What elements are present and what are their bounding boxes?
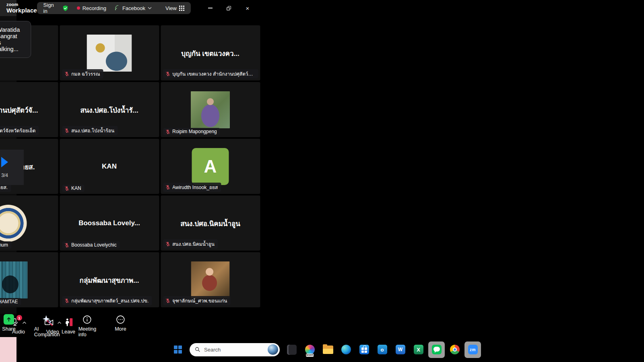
mic-muted-icon — [64, 298, 69, 303]
participant-tile[interactable]: จุฑาลักษณ์_ศวพ.ขอนแก่น — [161, 252, 260, 307]
arrow-right-icon — [1, 157, 8, 167]
participant-name-label: Boossaba Lovelychic — [62, 241, 120, 249]
taskbar-app-store[interactable] — [356, 341, 372, 358]
taskbar-app-outlook[interactable]: o — [374, 341, 390, 358]
window-controls: × — [201, 0, 257, 16]
meeting-info-button[interactable]: Meeting info — [78, 313, 96, 337]
participant-display-name: กลุ่มพัฒนาสุขภาพ... — [61, 274, 157, 285]
more-button[interactable]: More — [115, 313, 126, 337]
participant-name-label: บุญกัน เขตแวงควง สำนักงานปศุสัตว์จังหวัด… — [163, 69, 258, 78]
participant-name-label: KAN — [62, 185, 85, 192]
participant-name: Jetsupa Rumnum — [0, 242, 8, 248]
participant-name-label: Jetsupa Rumnum — [0, 241, 11, 249]
participant-name: Roipim Mapongpeng — [172, 129, 217, 134]
taskbar-app-file-explorer[interactable] — [320, 341, 336, 358]
excel-icon: X — [414, 345, 423, 354]
participant-name-label: กลุ่มพัฒนาสุขภาพสัตว์_สนง.ปศจ.ปข. — [62, 296, 152, 305]
edge-icon — [341, 345, 351, 354]
participant-tile[interactable]: บุญกัน เขตแวงคว...บุญกัน เขตแวงควง สำนัก… — [161, 25, 260, 80]
start-button[interactable] — [169, 341, 186, 358]
participant-tile[interactable]: Roipim Mapongpeng — [161, 82, 260, 137]
search-highlight-image — [268, 344, 278, 355]
restore-button[interactable] — [220, 0, 238, 16]
participant-display-name: บุญกัน เขตแวงคว... — [162, 47, 258, 58]
participant-video — [87, 35, 132, 72]
taskbar-app-edge[interactable] — [338, 341, 354, 358]
participant-tile[interactable]: กลุ่มพัฒนาสุขภาพ...กลุ่มพัฒนาสุขภาพสัตว์… — [60, 252, 159, 307]
sign-in-button[interactable]: Sign in — [43, 2, 54, 14]
participant-tile[interactable]: Jetsupa Rumnum — [0, 195, 58, 251]
zoom-app-icon: zm — [468, 345, 478, 354]
mic-muted-icon — [165, 241, 170, 247]
page-indicator: 3/4 — [1, 173, 8, 178]
grid-view-icon — [179, 6, 184, 11]
participant-display-name: สนง.ปศอ.นิคมน้ำอูน — [162, 218, 258, 228]
windows-taskbar: Search M365oWXzm ไทย 10:01 AM — [0, 337, 17, 362]
participant-name-label: Roipim Mapongpeng — [163, 128, 220, 135]
participant-name-label: Raktiphorn KHAMTAE — [0, 298, 21, 305]
participant-tile[interactable]: สนง.ปศอ.นิคมน้ำอูนสนง.ปศอ.นิคมน้ำอูน — [161, 195, 260, 251]
participant-tile[interactable]: AAwirudth Insook_อยส — [161, 139, 260, 194]
microsoft-store-icon — [359, 345, 369, 354]
participant-name-label: Awirudth Insook_อยส — [163, 183, 221, 192]
participant-tile[interactable]: สนง.ปศอ.โป่งน้ำรั...สนง.ปศอ.โป่งน้ำร้อน — [60, 82, 159, 137]
share-icon — [4, 314, 14, 325]
participant-display-name: สำนักงานปศุสัตว์จั... — [0, 104, 56, 115]
chevron-down-icon — [148, 7, 152, 9]
participant-video — [191, 91, 230, 128]
participant-name-label: กมล ฉวีวรรณ — [62, 69, 103, 78]
mic-muted-icon — [165, 129, 170, 134]
participant-name: KAN — [71, 185, 81, 191]
mic-muted-icon — [64, 243, 69, 248]
participant-name-label: สนง.ปศอ.นิคมน้ำอูน — [163, 239, 218, 249]
more-icon — [116, 315, 126, 325]
mic-muted-icon — [64, 186, 69, 191]
header-controls: Sign in Recording Facebook View — [37, 2, 191, 14]
participant-display-name: สนง.ปศอ.โป่งน้ำรั... — [61, 104, 157, 115]
participant-name: บุญกัน เขตแวงควง สำนักงานปศุสัตว์จังหวัด… — [172, 70, 255, 78]
participant-video — [191, 261, 230, 298]
participant-tile[interactable]: สำนักงานปศุสัตว์จั...สำนักงานปศุสัตว์จัง… — [0, 82, 58, 137]
participant-tile[interactable]: KANKAN — [60, 139, 159, 194]
participant-tile[interactable]: กมล ฉวีวรรณ — [60, 25, 159, 80]
recording-indicator[interactable]: Recording — [77, 5, 106, 11]
taskbar-app-zoom[interactable]: zm — [464, 341, 481, 358]
participant-tile[interactable]: Boossaba Lovely...Boossaba Lovelychic — [60, 195, 159, 251]
taskbar-app-word[interactable]: W — [392, 341, 409, 358]
ai-companion-button[interactable]: AI Companion — [34, 313, 60, 337]
next-page-button[interactable]: 3/4 — [0, 150, 17, 185]
participant-grid: Kamonthip Senachai..HHกมล ฉวีวรรณบุญกัน … — [0, 25, 260, 307]
outlook-icon: o — [378, 345, 387, 354]
toolbar-button-label: Share — [2, 326, 15, 332]
view-button[interactable]: View — [165, 5, 184, 11]
close-button[interactable]: × — [238, 0, 257, 16]
taskbar-app-m365[interactable]: M365 — [301, 341, 318, 358]
dark-app-icon — [287, 345, 297, 355]
taskbar-app-line[interactable] — [428, 341, 445, 358]
participant-name: กมล ฉวีวรรณ — [71, 70, 100, 78]
participant-name-label: สำนักงานปศุสัตว์จังหวัดร้อยเอ็ด — [0, 126, 39, 135]
file-explorer-icon — [323, 346, 333, 354]
line-icon — [432, 345, 442, 354]
word-icon: W — [396, 345, 405, 354]
livestream-facebook-menu[interactable]: Facebook — [114, 5, 152, 11]
ai-sparkle-icon — [41, 314, 52, 325]
zoom-workplace-logo: zoom Workplace — [6, 2, 37, 13]
recording-dot-icon — [77, 6, 80, 10]
info-icon — [82, 315, 92, 325]
taskbar-app-excel[interactable]: X — [410, 341, 427, 358]
minimize-button[interactable] — [201, 0, 220, 16]
participant-name: กลุ่มพัฒนาสุขภาพสัตว์_สนง.ปศจ.ปข. — [71, 297, 149, 304]
title-bar: zoom Workplace Sign in Recording Faceboo… — [0, 0, 17, 16]
taskbar-app-chrome[interactable] — [446, 341, 463, 358]
toolbar-button-label: Meeting info — [78, 326, 96, 337]
share-button[interactable]: Share — [2, 313, 15, 337]
participant-tile[interactable]: Raktiphorn KHAMTAE — [0, 252, 58, 307]
security-shield-icon[interactable] — [62, 5, 69, 12]
participant-name-label: จุฑาลักษณ์_ศวพ.ขอนแก่น — [163, 296, 230, 305]
taskbar-search[interactable]: Search — [190, 343, 280, 356]
search-icon — [195, 347, 200, 352]
zoom-workplace-window: zoom Workplace Sign in Recording Faceboo… — [0, 0, 17, 16]
taskbar-app-dark-app[interactable] — [283, 341, 300, 358]
mic-muted-icon — [165, 185, 170, 190]
